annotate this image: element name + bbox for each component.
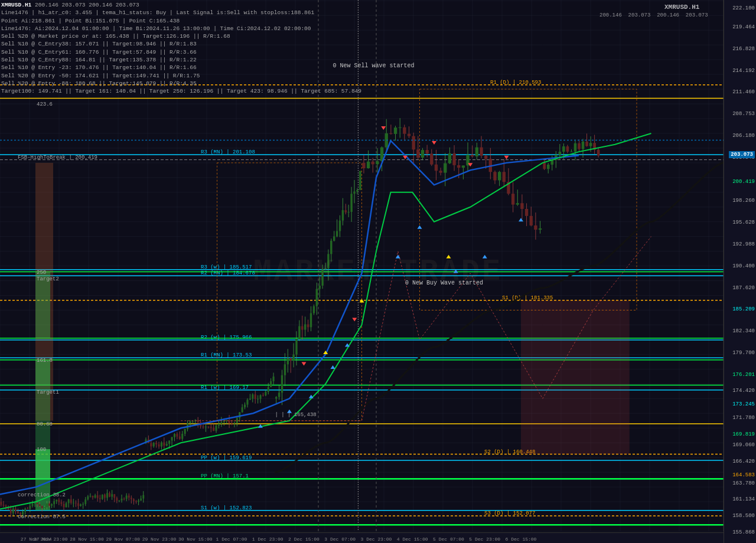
price-label: 174.420 — [732, 388, 755, 394]
price-label: 216.828 — [732, 46, 755, 52]
time-label: 6 Dec 15:00 — [506, 537, 537, 542]
time-label: 5 Dec 23:00 — [469, 537, 500, 542]
price-label: 155.868 — [732, 529, 755, 535]
price-label: 192.988 — [732, 241, 755, 247]
price-label: 169.060 — [732, 442, 755, 448]
price-label: 206.180 — [732, 133, 755, 139]
time-label: 1 Dec 23:00 — [252, 537, 284, 542]
time-label: 2 Dec 15:00 — [288, 537, 320, 542]
price-label: 176.201 — [732, 372, 755, 378]
price-label: 187.620 — [732, 285, 755, 291]
time-label: 4 Dec 15:00 — [397, 537, 428, 542]
price-label: 166.420 — [732, 459, 755, 465]
chart-container: XMRUSD.H1 200.146 203.073 200.146 203.07… — [0, 0, 756, 543]
price-label: 161.134 — [732, 496, 755, 502]
price-label: 164.583 — [732, 472, 755, 478]
time-label: 27 Nov 23:00 — [34, 537, 68, 542]
price-label: 198.260 — [732, 198, 755, 204]
time-label: 3 Dec 07:00 — [324, 537, 356, 542]
time-label: 30 Nov 15:00 — [178, 537, 213, 542]
price-label: 163.780 — [732, 480, 755, 486]
current-price-label: 203.073 — [729, 151, 755, 158]
price-label: 169.819 — [732, 431, 755, 437]
time-label: 3 Dec 23:00 — [361, 537, 392, 542]
price-label: 182.340 — [732, 328, 755, 334]
price-label: 185.209 — [732, 306, 755, 312]
price-label: 219.464 — [732, 24, 755, 30]
price-label: 211.460 — [732, 89, 755, 95]
time-label: 28 Nov 15:00 — [70, 537, 104, 542]
price-axis: 222.100219.464216.828214.192211.460208.7… — [724, 0, 756, 543]
time-label: 29 Nov 23:00 — [142, 537, 177, 542]
time-label: 5 Dec 07:00 — [433, 537, 464, 542]
time-label: 29 Nov 07:00 — [106, 537, 140, 542]
price-label: 222.100 — [732, 5, 755, 11]
time-axis: 27 Nov 202427 Nov 23:0028 Nov 15:0029 No… — [0, 532, 724, 543]
chart-canvas — [0, 0, 756, 543]
time-label: 1 Dec 07:00 — [216, 537, 247, 542]
price-label: 179.700 — [732, 350, 755, 356]
price-label: 190.400 — [732, 263, 755, 269]
price-label: 200.419 — [732, 179, 755, 185]
price-label: 173.245 — [732, 401, 755, 407]
price-label: 158.500 — [732, 513, 755, 519]
price-label: 208.753 — [732, 111, 755, 117]
price-label: 214.192 — [732, 68, 755, 74]
price-label: 195.628 — [732, 220, 755, 225]
price-label: 171.780 — [732, 415, 755, 421]
